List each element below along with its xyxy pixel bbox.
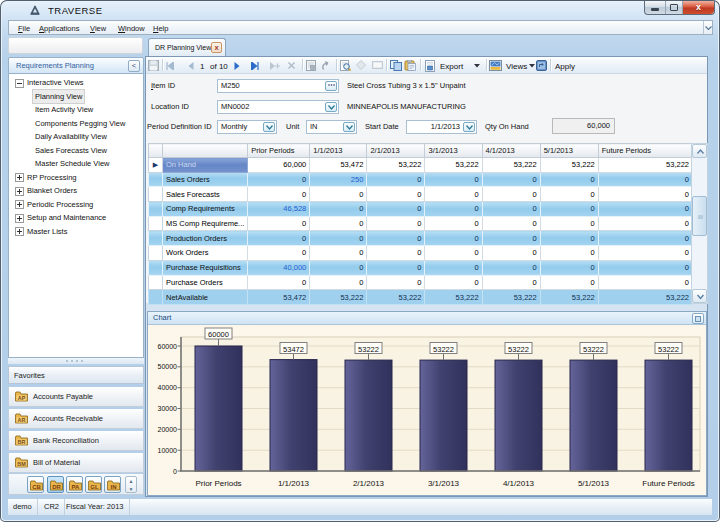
svg-text:BR: BR: [18, 439, 26, 445]
svg-text:1/1/2013: 1/1/2013: [278, 479, 310, 488]
svg-text:53472: 53472: [283, 345, 304, 354]
svg-text:60000: 60000: [158, 343, 178, 350]
svg-text:Prior Periods: Prior Periods: [195, 479, 241, 488]
svg-text:0: 0: [173, 468, 177, 475]
svg-text:5/1/2013: 5/1/2013: [578, 479, 610, 488]
svg-text:30000: 30000: [158, 405, 178, 412]
svg-text:53222: 53222: [358, 345, 379, 354]
svg-text:50000: 50000: [158, 363, 178, 370]
svg-text:AR: AR: [18, 417, 26, 423]
svg-text:3/1/2013: 3/1/2013: [428, 479, 460, 488]
svg-text:4/1/2013: 4/1/2013: [503, 479, 535, 488]
svg-text:CB: CB: [32, 484, 41, 490]
svg-text:60000: 60000: [208, 330, 229, 339]
svg-text:GL: GL: [90, 484, 99, 490]
svg-text:DR: DR: [52, 484, 61, 490]
svg-text:40000: 40000: [158, 384, 178, 391]
svg-text:IN: IN: [111, 484, 117, 490]
svg-text:PA: PA: [72, 484, 81, 490]
svg-text:2/1/2013: 2/1/2013: [353, 479, 385, 488]
svg-text:53222: 53222: [583, 345, 604, 354]
svg-text:53222: 53222: [433, 345, 454, 354]
svg-text:53222: 53222: [658, 345, 679, 354]
svg-text:20000: 20000: [158, 426, 178, 433]
svg-text:Future Periods: Future Periods: [642, 479, 694, 488]
svg-text:AP: AP: [18, 395, 26, 401]
svg-text:10000: 10000: [158, 447, 178, 454]
svg-text:BM: BM: [17, 461, 26, 467]
svg-text:53222: 53222: [508, 345, 529, 354]
